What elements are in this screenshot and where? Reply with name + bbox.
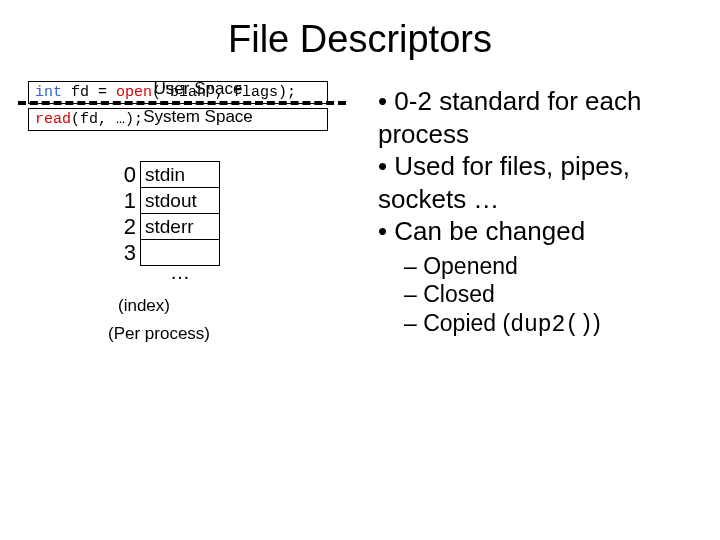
sub-text: Copied ( xyxy=(423,310,510,336)
table-row: 3 xyxy=(118,240,368,266)
fd-name: stderr xyxy=(140,213,220,240)
sub-list: Openend Closed Copied (dup2()) xyxy=(404,252,700,340)
table-row: 1 stdout xyxy=(118,188,368,214)
list-item: Used for files, pipes, sockets … xyxy=(378,150,700,215)
table-row: 0 stdin xyxy=(118,162,368,188)
bullet-text: Can be changed xyxy=(394,216,585,246)
list-item: Copied (dup2()) xyxy=(404,309,700,340)
table-row: 2 stderr xyxy=(118,214,368,240)
user-space-label: User Space xyxy=(48,79,348,99)
bullet-list: 0-2 standard for each process Used for f… xyxy=(378,85,700,340)
per-process-caption: (Per process) xyxy=(108,324,368,344)
fd-ellipsis: … xyxy=(140,266,220,286)
fd-name: stdin xyxy=(140,161,220,188)
index-caption: (index) xyxy=(118,296,368,316)
fd-index: 0 xyxy=(118,162,140,188)
list-item: Closed xyxy=(404,280,700,309)
list-item: Can be changed Openend Closed Copied (du… xyxy=(378,215,700,340)
right-column: 0-2 standard for each process Used for f… xyxy=(368,81,700,344)
left-column: int fd = open("blah", flags); read(fd, …… xyxy=(28,81,368,344)
sub-text: ) xyxy=(593,310,601,336)
page-title: File Descriptors xyxy=(0,0,720,71)
fd-table: 0 stdin 1 stdout 2 stderr 3 … xyxy=(118,162,368,286)
space-labels: User Space System Space xyxy=(48,79,348,128)
fd-name: stdout xyxy=(140,187,220,214)
list-item: 0-2 standard for each process xyxy=(378,85,700,150)
code-dup2: dup2() xyxy=(510,312,593,338)
system-space-label: System Space xyxy=(48,107,348,127)
space-divider xyxy=(18,101,346,105)
fd-index: 3 xyxy=(118,240,140,266)
content-area: int fd = open("blah", flags); read(fd, …… xyxy=(0,71,720,344)
fd-index: 1 xyxy=(118,188,140,214)
list-item: Openend xyxy=(404,252,700,281)
fd-index: 2 xyxy=(118,214,140,240)
